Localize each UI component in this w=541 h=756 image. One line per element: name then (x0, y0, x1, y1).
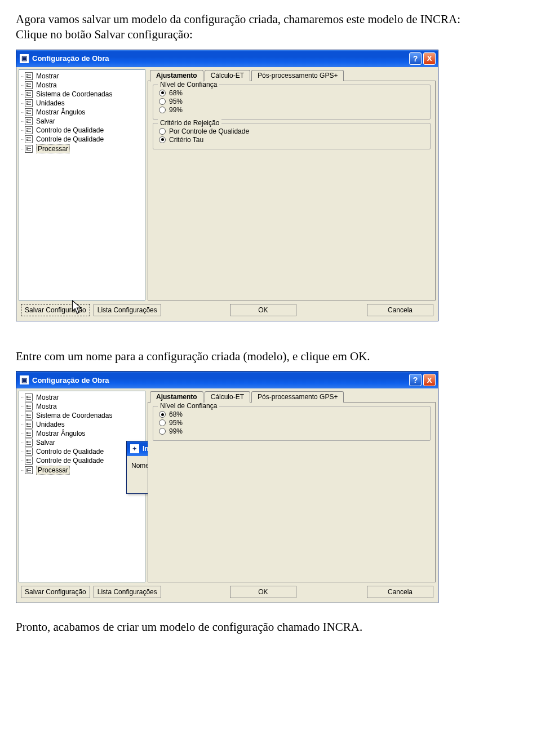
tree-item[interactable]: Mostra (20, 402, 144, 411)
tab-strip: Ajustamento Cálculo-ET Pós-processamento… (148, 391, 436, 403)
tree-item[interactable]: Controle de Qualidade (20, 456, 144, 465)
tree-label: Mostrar Ângulos (36, 108, 85, 116)
tree-item[interactable]: Sistema de Coordenadas (20, 90, 144, 99)
tree-item[interactable]: Mostra (20, 81, 144, 90)
titlebar[interactable]: ▣ Configuração de Obra ? X (16, 50, 438, 67)
tab-ajustamento[interactable]: Ajustamento (150, 70, 203, 82)
tree-item[interactable]: Mostrar Ângulos (20, 429, 144, 438)
list-icon (25, 117, 33, 125)
tree-item[interactable]: Unidades (20, 420, 144, 429)
cancel-button[interactable]: Cancela (367, 304, 433, 316)
list-config-button[interactable]: Lista Configurações (94, 304, 161, 316)
radio-label: 95% (169, 419, 183, 427)
legend: Nível de Confiança (158, 402, 219, 410)
list-icon (25, 466, 33, 474)
radio-label: Critério Tau (169, 136, 203, 144)
list-config-button[interactable]: Lista Configurações (94, 586, 161, 598)
list-icon (25, 135, 33, 143)
help-button[interactable]: ? (409, 52, 422, 65)
cancel-button[interactable]: Cancela (367, 586, 433, 598)
radio-68[interactable]: 68% (159, 89, 424, 97)
list-icon (25, 72, 33, 80)
tree-label: Mostrar Ângulos (36, 430, 85, 437)
save-config-button[interactable]: Salvar Configuração (21, 304, 90, 316)
tree-label: Mostra (36, 81, 57, 89)
radio-icon (159, 419, 166, 426)
tab-calculo-et[interactable]: Cálculo-ET (205, 391, 250, 403)
config-window: ▣ Configuração de Obra ? X Mostrar Mostr… (16, 50, 438, 321)
tree-label: Controle de Qualidade (36, 457, 104, 465)
tree-item[interactable]: Salvar (20, 117, 144, 126)
tree-label: Unidades (36, 421, 65, 428)
tree-label: Sistema de Coordenadas (36, 90, 112, 98)
radio-icon (159, 428, 166, 435)
tree-item[interactable]: Unidades (20, 99, 144, 108)
tab-ajustamento[interactable]: Ajustamento (150, 391, 203, 403)
ok-button[interactable]: OK (230, 586, 296, 598)
tree-item[interactable]: Mostrar (20, 72, 144, 81)
tree-label: Unidades (36, 99, 65, 107)
tree-item[interactable]: Controlo de Qualidade (20, 447, 144, 456)
nav-tree[interactable]: Mostrar Mostra Sistema de Coordenadas Un… (19, 69, 145, 300)
tree-item[interactable]: Mostrar (20, 393, 144, 402)
radio-99[interactable]: 99% (159, 106, 424, 114)
list-icon (25, 99, 33, 107)
list-icon (25, 421, 33, 428)
tab-calculo-et[interactable]: Cálculo-ET (205, 70, 250, 81)
list-icon (25, 90, 33, 98)
radio-95[interactable]: 95% (159, 419, 424, 427)
app-icon: ▣ (20, 375, 29, 384)
tree-label: Sistema de Coordenadas (36, 412, 112, 419)
app-icon: ✦ (130, 444, 139, 453)
radio-label: Por Controle de Qualidade (169, 127, 249, 135)
tree-label: Mostrar (36, 72, 59, 80)
radio-95[interactable]: 95% (159, 98, 424, 105)
tree-label: Processar (36, 466, 70, 475)
tree-item-processar[interactable]: Processar (20, 144, 144, 154)
window-title: Configuração de Obra (32, 54, 109, 63)
tree-item[interactable]: Sistema de Coordenadas (20, 411, 144, 420)
radio-icon (159, 90, 166, 96)
radio-icon (159, 128, 166, 135)
radio-99[interactable]: 99% (159, 427, 424, 435)
radio-criterio-tau[interactable]: Critério Tau (159, 136, 424, 144)
tree-item[interactable]: Controle de Qualidade (20, 135, 144, 144)
doc-paragraph: Clique no botão Salvar configuração: (16, 28, 525, 42)
list-icon (25, 108, 33, 116)
radio-68[interactable]: 68% (159, 410, 424, 418)
tree-label: Processar (36, 144, 70, 153)
titlebar[interactable]: ▣ Configuração de Obra ? X (16, 372, 438, 388)
list-icon (25, 439, 33, 446)
fieldset-confianca: Nível de Confiança 68% 95% 99% (153, 85, 431, 120)
tree-item[interactable]: Controlo de Qualidade (20, 126, 144, 135)
legend: Critério de Rejeição (158, 119, 221, 127)
tab-gps[interactable]: Pós-processamento GPS+ (251, 70, 344, 81)
tree-item-processar[interactable]: Processar (20, 465, 144, 475)
tab-gps[interactable]: Pós-processamento GPS+ (251, 391, 344, 403)
radio-por-controle[interactable]: Por Controle de Qualidade (159, 127, 424, 135)
doc-paragraph: Agora vamos salvar um modelo da configur… (16, 12, 525, 26)
tree-label: Controlo de Qualidade (36, 448, 104, 456)
tab-page: Nível de Confiança 68% 95% 99% Critério … (148, 81, 436, 300)
ok-button[interactable]: OK (230, 304, 296, 316)
fieldset-confianca: Nível de Confiança 68% 95% 99% (153, 406, 431, 441)
tree-item[interactable]: Mostrar Ângulos (20, 108, 144, 117)
list-icon (25, 412, 33, 419)
close-button[interactable]: X (423, 374, 436, 386)
tree-item[interactable]: Salvar (20, 438, 144, 447)
tab-strip: Ajustamento Cálculo-ET Pós-processamento… (148, 69, 436, 81)
tree-label: Controle de Qualidade (36, 135, 104, 143)
radio-icon (159, 411, 166, 418)
tree-label: Salvar (36, 439, 55, 446)
tree-label: Salvar (36, 117, 55, 125)
list-icon (25, 126, 33, 134)
help-button[interactable]: ? (409, 374, 422, 386)
radio-icon (159, 136, 166, 143)
radio-icon (159, 107, 166, 113)
list-icon (25, 81, 33, 89)
radio-label: 95% (169, 98, 183, 105)
window-title: Configuração de Obra (32, 376, 109, 384)
close-button[interactable]: X (423, 52, 436, 65)
save-config-button[interactable]: Salvar Configuração (21, 586, 90, 598)
list-icon (25, 403, 33, 410)
